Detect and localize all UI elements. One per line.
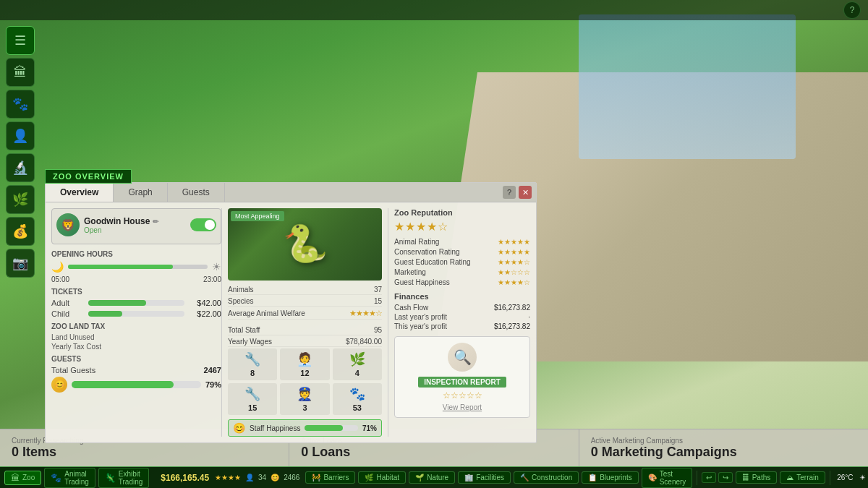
view-report-button[interactable]: View Report <box>401 403 524 411</box>
land-tax-label: ZOO LAND TAX <box>51 322 221 330</box>
child-bar[interactable] <box>88 311 184 317</box>
close-time: 23:00 <box>203 275 221 283</box>
species-value: 15 <box>374 297 382 305</box>
taskbar-terrain[interactable]: ⛰ Terrain <box>780 471 825 484</box>
open-time: 05:00 <box>51 275 69 283</box>
animal-trading-icon: 🐾 <box>51 473 61 483</box>
taskbar-btn-animal-trading[interactable]: 🐾 Animal Trading <box>44 468 95 488</box>
construction-icon: 🔨 <box>520 474 529 481</box>
this-profit-row: This year's profit $16,273.82 <box>394 322 530 330</box>
sidebar-icon-camera[interactable]: 📷 <box>6 249 35 278</box>
staff-icon-2: 🌿 <box>349 351 365 367</box>
total-guests-row: Total Guests 2467 <box>51 366 221 374</box>
money-display: $166,165.45 <box>161 473 209 483</box>
habitat-status: Open <box>84 226 158 234</box>
inspection-stars: ☆☆☆☆☆ <box>401 390 524 401</box>
rep-happiness: Guest Happiness ★★★★☆ <box>394 278 530 286</box>
habitat-name: Goodwin House ✏ <box>84 216 158 226</box>
land-unused-row: Land Unused <box>51 333 221 341</box>
taskbar-construction[interactable]: 🔨 Construction <box>514 471 579 484</box>
staff-cell-3: 🔧 15 <box>228 383 277 415</box>
rep-conservation-label: Conservation Rating <box>394 248 460 256</box>
this-profit-label: This year's profit <box>394 322 447 330</box>
nature-icon: 🌱 <box>415 474 424 481</box>
taskbar-barriers[interactable]: 🚧 Barriers <box>305 471 355 484</box>
panel-close-button[interactable]: ✕ <box>519 186 532 199</box>
welfare-row: Average Animal Welfare ★★★★☆ <box>228 308 382 320</box>
undo-button[interactable]: ↩ <box>702 472 716 483</box>
happiness-pct: 79% <box>205 380 221 389</box>
happiness-count: 2466 <box>284 474 299 481</box>
habitat-icon-tb: 🌿 <box>365 474 373 481</box>
tab-guests[interactable]: Guests <box>168 183 225 202</box>
staff-grid: 🔧 8 🧑‍💼 12 🌿 4 🔧 15 <box>228 348 382 415</box>
zoo-icon: 🏛 <box>11 473 20 483</box>
marketing-value: 0 Marketing Campaigns <box>591 445 856 460</box>
rating-display: ★★★★ <box>215 474 241 481</box>
paths-icon: 🛤 <box>742 474 749 481</box>
zoo-overview-label: ZOO OVERVIEW <box>45 169 132 184</box>
habitat-card: 🦁 Goodwin House ✏ Open <box>51 208 221 244</box>
happiness-icon: 😊 <box>51 377 67 393</box>
staff-cell-4: 👮 3 <box>280 383 329 415</box>
taskbar-blueprints[interactable]: 📋 Blueprints <box>582 471 638 484</box>
yearly-wages-row: Yearly Wages $78,840.00 <box>228 337 382 347</box>
happiness-row: 😊 79% <box>51 377 221 393</box>
edit-icon[interactable]: ✏ <box>153 218 158 226</box>
this-profit-value: $16,273.82 <box>494 322 530 330</box>
staff-cell-5: 🐾 53 <box>333 383 382 415</box>
total-guests-label: Total Guests <box>51 366 95 374</box>
zoo-overview-text: ZOO OVERVIEW <box>53 172 124 181</box>
adult-bar[interactable] <box>88 300 184 306</box>
sidebar-icon-research[interactable]: 🔬 <box>6 153 35 182</box>
tab-overview[interactable]: Overview <box>46 183 114 202</box>
staff-happy-pct: 71% <box>362 424 377 432</box>
taskbar-btn-zoo[interactable]: 🏛 Zoo <box>4 471 41 485</box>
sidebar-icon-conservation[interactable]: 🌿 <box>6 185 35 214</box>
test-scenery-icon: 🎨 <box>648 474 657 481</box>
cashflow-value: $16,273.82 <box>494 304 530 312</box>
welfare-label: Average Animal Welfare <box>228 309 305 317</box>
habitat-toggle[interactable] <box>190 218 216 231</box>
animals-row: Animals 37 <box>228 285 382 295</box>
taskbar-facilities[interactable]: 🏢 Facilities <box>458 471 511 484</box>
hours-slider[interactable] <box>68 265 208 269</box>
marketing-label: Active Marketing Campaigns <box>591 437 856 445</box>
reputation-title: Zoo Reputation <box>394 208 530 217</box>
right-column: Zoo Reputation ★★★★☆ Animal Rating ★★★★★… <box>388 208 530 437</box>
rep-animal-rating: Animal Rating ★★★★★ <box>394 238 530 246</box>
species-label: Species <box>228 297 254 305</box>
tab-graph[interactable]: Graph <box>114 183 167 202</box>
help-icon[interactable]: ? <box>843 1 861 19</box>
animals-label: Animals <box>228 286 254 294</box>
staff-icon-1: 🧑‍💼 <box>297 351 312 367</box>
sun-temp-icon: ☀ <box>859 474 866 481</box>
rep-animal-label: Animal Rating <box>394 238 439 246</box>
staff-num-2: 4 <box>355 369 359 377</box>
land-unused-label: Land Unused <box>51 333 95 341</box>
tab-bar: Overview Graph Guests ? ✕ <box>46 183 536 202</box>
welfare-stars: ★★★★☆ <box>349 309 382 318</box>
featured-animal-image: Most Appealing <box>228 208 382 281</box>
taskbar-nature[interactable]: 🌱 Nature <box>409 471 455 484</box>
staff-num-3: 15 <box>248 403 257 412</box>
sidebar-icon-menu[interactable]: ☰ <box>6 26 35 55</box>
temperature-display: 26°C <box>837 474 853 481</box>
happiness-bar <box>72 381 201 388</box>
panel-help-button[interactable]: ? <box>503 186 516 199</box>
sidebar-icon-animals[interactable]: 🐾 <box>6 90 35 119</box>
staff-icon-4: 👮 <box>297 386 312 402</box>
taskbar-paths[interactable]: 🛤 Paths <box>736 471 778 484</box>
taskbar-habitat[interactable]: 🌿 Habitat <box>358 471 406 484</box>
facilities-icon: 🏢 <box>464 474 473 481</box>
staff-icon-3: 🔧 <box>244 386 260 402</box>
sidebar-icon-finance[interactable]: 💰 <box>6 217 35 246</box>
taskbar-test-scenery[interactable]: 🎨 Test Scenery <box>642 468 693 488</box>
sidebar-icon-zoo[interactable]: 🏛 <box>6 58 35 87</box>
staff-section: Total Staff 95 Yearly Wages $78,840.00 🔧… <box>228 325 382 437</box>
sidebar-icon-staff[interactable]: 👤 <box>6 121 35 150</box>
redo-button[interactable]: ↪ <box>718 472 733 483</box>
taskbar-btn-exhibit-trading[interactable]: 🦎 Exhibit Trading <box>98 468 150 488</box>
total-staff-value: 95 <box>374 326 382 334</box>
rep-conservation-rating: Conservation Rating ★★★★★ <box>394 248 530 256</box>
